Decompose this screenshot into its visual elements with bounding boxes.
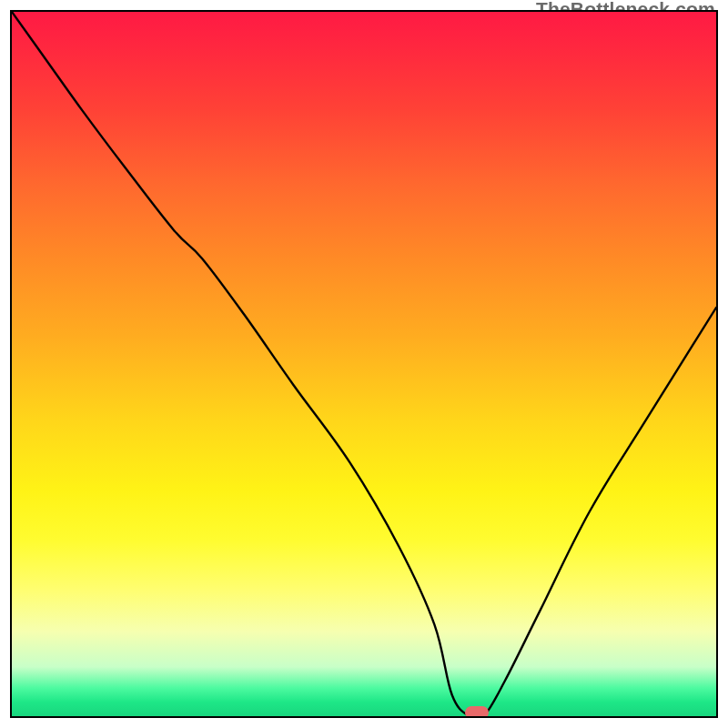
optimal-marker <box>465 706 489 718</box>
bottleneck-curve <box>12 12 716 716</box>
chart-frame <box>10 10 718 718</box>
